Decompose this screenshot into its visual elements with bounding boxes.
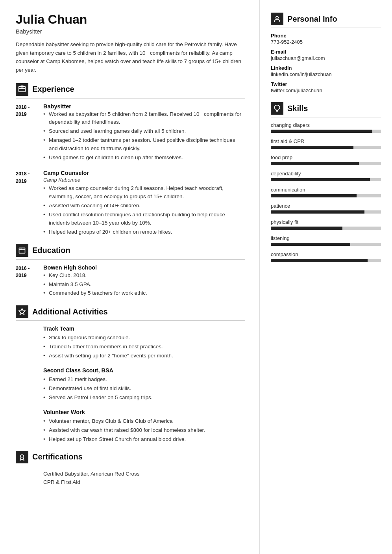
experience-section-title: Experience: [32, 85, 74, 94]
bullet: Stick to rigorous training schedule.: [43, 334, 245, 342]
activity-group-title-track: Track Team: [16, 325, 245, 332]
skills-section-header: Skills: [271, 102, 381, 117]
activity-track: Track Team Stick to rigorous training sc…: [16, 325, 245, 360]
header-title: Babysitter: [16, 28, 245, 35]
skill-item: communication: [271, 187, 381, 197]
skill-name: patience: [271, 203, 381, 209]
skill-item: dependability: [271, 171, 381, 181]
skill-item: patience: [271, 203, 381, 214]
bullet: Key Club, 2018.: [43, 271, 245, 280]
phone-label: Phone: [271, 33, 381, 39]
skill-item: first aid & CPR: [271, 138, 381, 149]
bullet: Helped set up Trison Street Church for a…: [43, 435, 245, 444]
svg-point-7: [20, 455, 24, 458]
experience-content-2: Camp Counselor Camp Kabomee Worked as ca…: [43, 170, 245, 237]
email-label: E-mail: [271, 49, 381, 55]
experience-bullets-1: Worked as babysitter for 5 children from…: [43, 110, 245, 162]
svg-rect-10: [276, 111, 278, 112]
skill-bar-bg: [271, 227, 381, 230]
bullet: Assist with setting up for 2 "home" even…: [43, 352, 245, 360]
skill-bar-fill: [271, 130, 372, 133]
personal-info-icon: [271, 13, 283, 25]
certifications-section-title: Certifications: [32, 452, 83, 461]
education-entries: 2016 -2019 Bowen High School Key Club, 2…: [16, 264, 245, 299]
experience-section-header: Experience: [16, 83, 245, 99]
activity-bullets-scout: Earned 21 merit badges. Demonstrated use…: [16, 376, 245, 402]
bullet: Volunteer mentor, Boys Club & Girls Club…: [43, 417, 245, 426]
bullet: Worked as camp counselor during 2 full s…: [43, 184, 245, 201]
experience-content-1: Babysitter Worked as babysitter for 5 ch…: [43, 103, 245, 163]
experience-entries: 2018 -2019 Babysitter Worked as babysitt…: [16, 103, 245, 237]
activity-group-title-volunteer: Volunteer Work: [16, 409, 245, 415]
skill-bar-bg: [271, 210, 381, 214]
activity-scout: Second Class Scout, BSA Earned 21 merit …: [16, 367, 245, 402]
svg-rect-9: [276, 110, 278, 111]
bullet: Earned 21 merit badges.: [43, 376, 245, 384]
bullet: Sourced and used learning games daily wi…: [43, 127, 245, 136]
personal-info-section-header: Personal Info: [271, 13, 381, 28]
bullet: Used conflict resolution techniques and …: [43, 211, 245, 227]
skill-bar-fill: [271, 146, 353, 149]
skill-bar-fill: [271, 243, 350, 246]
linkedin-value: linkedin.com/in/juliazchuan: [271, 71, 381, 77]
twitter-label: Twitter: [271, 81, 381, 87]
bullet: Served as Patrol Leader on 5 camping tri…: [43, 394, 245, 402]
bullet: Commended by 5 teachers for work ethic.: [43, 289, 245, 297]
experience-date-2: 2018 -2019: [16, 170, 43, 237]
skill-bar-fill: [271, 162, 359, 165]
education-section-title: Education: [32, 246, 70, 255]
activities-icon: [16, 305, 28, 318]
skill-bar-bg: [271, 146, 381, 149]
right-column: Personal Info Phone 773-952-2405 E-mail …: [260, 0, 392, 554]
education-icon: [16, 244, 28, 257]
skill-name: changing diapers: [271, 122, 381, 128]
skill-item: listening: [271, 235, 381, 246]
skill-name: dependability: [271, 171, 381, 177]
header-name: Julia Chuan: [16, 13, 245, 26]
experience-date-1: 2018 -2019: [16, 103, 43, 163]
activities-entries: Track Team Stick to rigorous training sc…: [16, 325, 245, 443]
cert-item-2: CPR & First Aid: [16, 479, 245, 485]
personal-info-content: Phone 773-952-2405 E-mail juliazchuan@gm…: [271, 33, 381, 93]
skills-section-title: Skills: [287, 104, 308, 113]
certifications-section-header: Certifications: [16, 451, 245, 466]
skill-bar-bg: [271, 162, 381, 165]
skill-bar-bg: [271, 194, 381, 197]
bullet: Assisted with coaching of 50+ children.: [43, 202, 245, 210]
skill-bar-fill: [271, 259, 368, 262]
skill-name: communication: [271, 187, 381, 193]
experience-title-2: Camp Counselor: [43, 170, 245, 176]
skill-bar-bg: [271, 178, 381, 181]
left-column: Julia Chuan Babysitter Dependable babysi…: [0, 0, 260, 554]
twitter-value: twitter.com/juliazchuan: [271, 87, 381, 93]
email-value: juliazchuan@gmail.com: [271, 55, 381, 61]
skill-name: first aid & CPR: [271, 138, 381, 144]
header-summary: Dependable babysitter seeking to provide…: [16, 40, 245, 74]
bullet: Maintain 3.5 GPA.: [43, 281, 245, 289]
bullet: Assisted with car wash that raised $800 …: [43, 426, 245, 435]
experience-title-1: Babysitter: [43, 103, 245, 110]
activity-bullets-track: Stick to rigorous training schedule. Tra…: [16, 334, 245, 360]
bullet: Demonstrated use of first aid skills.: [43, 385, 245, 393]
skill-name: food prep: [271, 154, 381, 160]
svg-point-8: [276, 16, 279, 19]
certifications-entries: Certified Babysitter, American Red Cross…: [16, 471, 245, 485]
skill-name: physically fit: [271, 219, 381, 225]
skill-bar-bg: [271, 130, 381, 133]
skill-item: compassion: [271, 251, 381, 262]
skill-bar-fill: [271, 194, 357, 197]
education-section-header: Education: [16, 244, 245, 260]
skill-bar-bg: [271, 243, 381, 246]
linkedin-label: LinkedIn: [271, 65, 381, 71]
experience-subtitle-2: Camp Kabomee: [43, 177, 245, 183]
skill-bar-bg: [271, 259, 381, 262]
experience-icon: [16, 83, 28, 96]
bullet: Managed 1–2 toddler tantrums per session…: [43, 136, 245, 153]
svg-rect-3: [19, 248, 25, 253]
experience-entry-babysitter: 2018 -2019 Babysitter Worked as babysitt…: [16, 103, 245, 163]
phone-value: 773-952-2405: [271, 39, 381, 45]
skill-name: listening: [271, 235, 381, 241]
bullet: Trained 5 other team members in best pra…: [43, 343, 245, 351]
skill-name: compassion: [271, 251, 381, 257]
education-date-1: 2016 -2019: [16, 264, 43, 299]
